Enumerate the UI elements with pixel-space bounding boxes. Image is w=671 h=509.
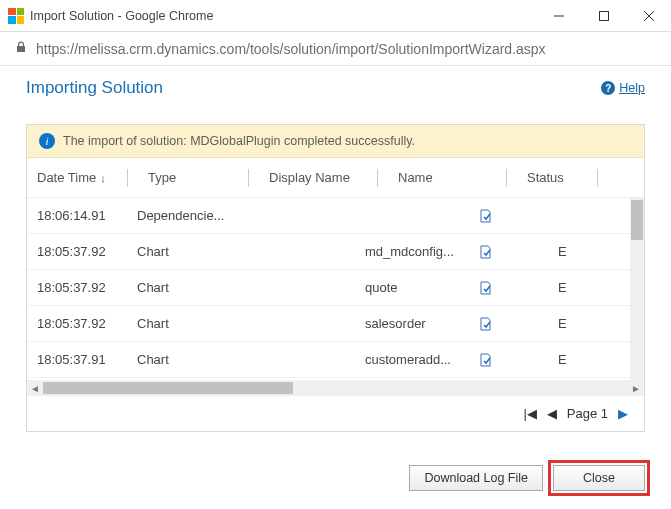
status-success-icon: [478, 208, 494, 224]
cell-datetime: 18:05:37.92: [27, 316, 127, 331]
cell-type: Chart: [127, 352, 242, 367]
pager-label: Page 1: [567, 406, 608, 421]
cell-type: Dependencie...: [127, 208, 242, 223]
table-row[interactable]: 18:05:37.92ChartsalesorderE: [27, 306, 644, 342]
cell-status: [468, 352, 548, 368]
table-row[interactable]: 18:06:14.91Dependencie...: [27, 198, 644, 234]
grid-header: Date Time ↓ Type Display Name Name Statu…: [27, 158, 644, 198]
address-bar: https://melissa.crm.dynamics.com/tools/s…: [0, 32, 671, 66]
results-grid: Date Time ↓ Type Display Name Name Statu…: [27, 158, 644, 431]
table-row[interactable]: 18:05:37.92Chartmd_mdconfig...E: [27, 234, 644, 270]
download-log-button[interactable]: Download Log File: [409, 465, 543, 491]
close-icon: [644, 11, 654, 21]
horizontal-scrollbar-thumb[interactable]: [43, 382, 293, 394]
help-icon: ?: [601, 81, 615, 95]
cell-status: [468, 316, 548, 332]
cell-status: [468, 244, 548, 260]
status-success-icon: [478, 280, 494, 296]
scroll-right-icon[interactable]: ►: [628, 380, 644, 396]
window-titlebar: Import Solution - Google Chrome: [0, 0, 671, 32]
dialog-footer: Download Log File Close: [409, 465, 645, 491]
vertical-scrollbar-thumb[interactable]: [631, 200, 643, 240]
col-divider: [248, 169, 249, 187]
cell-type: Chart: [127, 316, 242, 331]
pager-next-icon[interactable]: ▶: [618, 406, 628, 421]
close-button[interactable]: Close: [553, 465, 645, 491]
banner-message: The import of solution: MDGlobalPlugin c…: [63, 134, 415, 148]
cell-type: Chart: [127, 244, 242, 259]
col-header-type[interactable]: Type: [138, 170, 248, 185]
success-banner: i The import of solution: MDGlobalPlugin…: [27, 125, 644, 158]
table-row[interactable]: 18:05:37.91Chartcustomeradd...E: [27, 342, 644, 378]
cell-name: md_mdconfig...: [355, 244, 468, 259]
col-divider: [127, 169, 128, 187]
cell-datetime: 18:05:37.92: [27, 244, 127, 259]
col-header-name[interactable]: Name: [388, 170, 506, 185]
pager-prev-icon[interactable]: ◀: [547, 406, 557, 421]
cell-datetime: 18:06:14.91: [27, 208, 127, 223]
page-title: Importing Solution: [26, 78, 163, 98]
app-logo-icon: [8, 8, 24, 24]
content-area: Importing Solution ? Help i The import o…: [0, 66, 671, 432]
window-title: Import Solution - Google Chrome: [30, 9, 536, 23]
status-success-icon: [478, 352, 494, 368]
cell-datetime: 18:05:37.91: [27, 352, 127, 367]
cell-name: salesorder: [355, 316, 468, 331]
cell-type: Chart: [127, 280, 242, 295]
cell-name: quote: [355, 280, 468, 295]
col-divider: [377, 169, 378, 187]
info-icon: i: [39, 133, 55, 149]
window-close-button[interactable]: [626, 0, 671, 32]
minimize-icon: [554, 11, 564, 21]
help-link[interactable]: ? Help: [601, 81, 645, 95]
help-label: Help: [619, 81, 645, 95]
url-text[interactable]: https://melissa.crm.dynamics.com/tools/s…: [36, 41, 546, 57]
grid-body: 18:06:14.91Dependencie...18:05:37.92Char…: [27, 198, 644, 378]
window-minimize-button[interactable]: [536, 0, 581, 32]
col-header-status[interactable]: Status: [517, 170, 597, 185]
vertical-scrollbar[interactable]: [630, 198, 644, 382]
import-panel: i The import of solution: MDGlobalPlugin…: [26, 124, 645, 432]
col-header-datetime[interactable]: Date Time ↓: [27, 170, 127, 185]
pager-first-icon[interactable]: |◀: [523, 406, 536, 421]
col-divider: [597, 169, 598, 187]
maximize-icon: [599, 11, 609, 21]
col-divider: [506, 169, 507, 187]
cell-name: customeradd...: [355, 352, 468, 367]
sort-desc-icon: ↓: [100, 172, 106, 184]
cell-status: [468, 280, 548, 296]
table-row[interactable]: 18:05:37.92ChartquoteE: [27, 270, 644, 306]
window-maximize-button[interactable]: [581, 0, 626, 32]
svg-rect-1: [599, 11, 608, 20]
col-header-displayname[interactable]: Display Name: [259, 170, 377, 185]
horizontal-scrollbar[interactable]: ◄ ►: [27, 380, 644, 396]
cell-datetime: 18:05:37.92: [27, 280, 127, 295]
pager: |◀ ◀ Page 1 ▶: [27, 396, 644, 431]
scroll-left-icon[interactable]: ◄: [27, 380, 43, 396]
lock-icon: [14, 40, 28, 57]
cell-status: [468, 208, 548, 224]
status-success-icon: [478, 244, 494, 260]
status-success-icon: [478, 316, 494, 332]
